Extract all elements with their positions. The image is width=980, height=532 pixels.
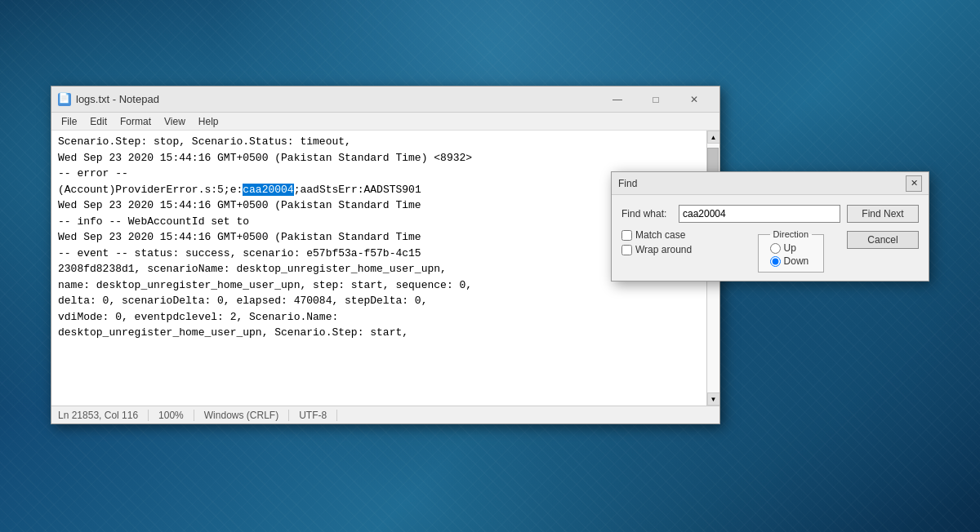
direction-up-radio[interactable] [770, 243, 781, 254]
close-button[interactable]: ✕ [675, 90, 713, 109]
scroll-up-arrow[interactable]: ▲ [707, 131, 720, 144]
find-options-row: Match case Wrap around Direction Up [621, 229, 919, 273]
notepad-title: logs.txt - Notepad [76, 93, 599, 105]
status-zoom: 100% [149, 410, 194, 421]
find-checkboxes: Match case Wrap around [621, 229, 748, 255]
wrap-around-checkbox[interactable] [621, 245, 632, 255]
match-case-checkbox[interactable] [621, 230, 632, 241]
direction-group: Direction Up Down [758, 229, 831, 273]
wrap-around-label[interactable]: Wrap around [621, 244, 748, 255]
status-encoding: UTF-8 [289, 410, 337, 421]
find-body: Find what: Find Next Match case Wrap aro… [612, 195, 929, 281]
menu-help[interactable]: Help [192, 114, 225, 129]
find-what-row: Find what: Find Next [621, 205, 919, 223]
maximize-button[interactable]: □ [637, 90, 675, 109]
find-what-label: Find what: [621, 208, 679, 219]
find-close-button[interactable]: ✕ [906, 175, 922, 192]
notepad-icon [58, 93, 71, 106]
minimize-button[interactable]: — [599, 90, 636, 109]
find-titlebar: Find ✕ [612, 172, 929, 195]
find-next-button[interactable]: Find Next [847, 205, 919, 223]
direction-up-text: Up [784, 242, 796, 254]
direction-down-label[interactable]: Down [770, 255, 812, 267]
find-what-input[interactable] [679, 205, 840, 223]
menu-file[interactable]: File [55, 114, 83, 129]
cancel-button[interactable]: Cancel [847, 231, 919, 249]
direction-down-radio[interactable] [770, 256, 781, 267]
find-dialog: Find ✕ Find what: Find Next Match case W… [611, 171, 929, 282]
direction-down-text: Down [784, 255, 809, 267]
find-dialog-title: Find [618, 178, 906, 189]
match-case-label[interactable]: Match case [621, 229, 748, 241]
status-line-ending: Windows (CRLF) [194, 410, 289, 421]
match-case-text: Match case [635, 229, 685, 241]
menu-edit[interactable]: Edit [83, 114, 114, 129]
menu-view[interactable]: View [158, 114, 192, 129]
status-line-col: Ln 21853, Col 116 [58, 410, 149, 421]
notepad-menubar: File Edit Format View Help [51, 113, 719, 131]
direction-legend: Direction [770, 229, 812, 239]
menu-format[interactable]: Format [114, 114, 158, 129]
window-controls: — □ ✕ [599, 90, 713, 109]
notepad-statusbar: Ln 21853, Col 116 100% Windows (CRLF) UT… [51, 406, 719, 423]
notepad-titlebar: logs.txt - Notepad — □ ✕ [51, 86, 719, 113]
wrap-around-text: Wrap around [635, 244, 692, 255]
direction-up-label[interactable]: Up [770, 242, 812, 254]
notepad-text[interactable]: Scenario.Step: stop, Scenario.Status: ti… [51, 131, 706, 406]
scroll-down-arrow[interactable]: ▼ [707, 392, 720, 406]
highlighted-text: caa20004 [243, 184, 293, 196]
